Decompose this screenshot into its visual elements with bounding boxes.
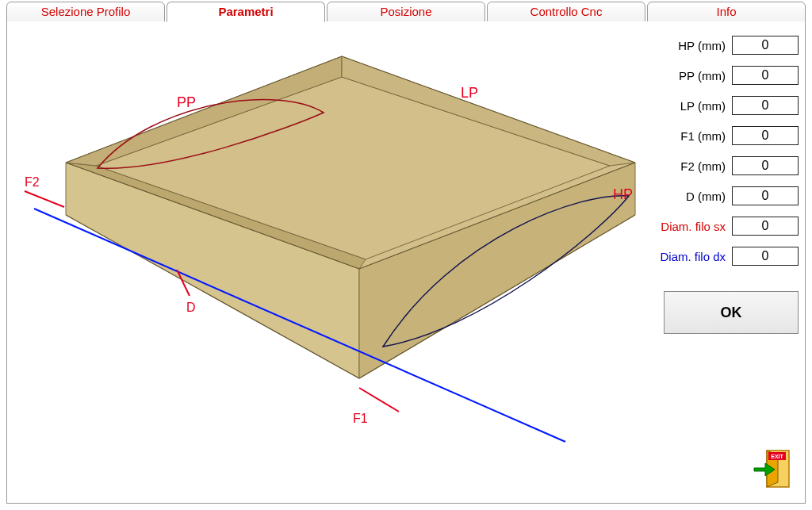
label-diam-dx: Diam. filo dx (649, 250, 732, 263)
row-diam-dx: Diam. filo dx (649, 247, 799, 266)
input-f2[interactable] (732, 156, 799, 175)
label-lp-mm: LP (mm) (649, 99, 732, 113)
tab-posizione[interactable]: Posizione (327, 2, 485, 22)
tab-panel-parametri: F2 D F1 PP LP HP HP (mm) PP (mm) (6, 21, 806, 504)
label-d-mm: D (mm) (649, 190, 732, 203)
input-f1[interactable] (732, 126, 799, 145)
block-diagram: F2 D F1 PP LP HP (10, 29, 645, 485)
label-f1-mm: F1 (mm) (649, 129, 732, 143)
exit-door-icon: EXIT (751, 447, 795, 492)
label-pp: PP (177, 94, 196, 110)
row-diam-sx: Diam. filo sx (649, 217, 799, 236)
label-d: D (186, 301, 196, 314)
row-hp: HP (mm) (649, 36, 799, 55)
row-pp: PP (mm) (649, 66, 799, 85)
tab-info[interactable]: Info (647, 2, 806, 22)
label-f2: F2 (25, 175, 40, 189)
row-f2: F2 (mm) (649, 156, 799, 175)
svg-line-10 (359, 388, 399, 412)
tab-controllo-cnc[interactable]: Controllo Cnc (487, 2, 645, 22)
label-hp: HP (613, 186, 633, 202)
row-lp: LP (mm) (649, 96, 799, 115)
label-pp-mm: PP (mm) (649, 69, 732, 82)
tab-parametri[interactable]: Parametri (167, 2, 325, 22)
tab-selezione-profilo[interactable]: Selezione Profilo (6, 2, 165, 22)
input-diam-sx[interactable] (732, 217, 799, 236)
input-diam-dx[interactable] (732, 247, 799, 266)
label-diam-sx: Diam. filo sx (649, 220, 732, 233)
svg-line-7 (25, 191, 64, 207)
input-hp[interactable] (732, 36, 799, 55)
row-d: D (mm) (649, 186, 799, 205)
input-lp[interactable] (732, 96, 799, 115)
label-f2-mm: F2 (mm) (649, 159, 732, 173)
ok-button[interactable]: OK (664, 291, 799, 334)
exit-button[interactable]: EXIT (751, 447, 795, 492)
tab-bar: Selezione Profilo Parametri Posizione Co… (6, 2, 806, 22)
parameter-form: HP (mm) PP (mm) LP (mm) F1 (mm) F2 (mm) … (649, 36, 799, 334)
label-f1: F1 (353, 412, 368, 425)
svg-text:EXIT: EXIT (771, 454, 783, 459)
app-window: Selezione Profilo Parametri Posizione Co… (0, 0, 812, 510)
label-lp: LP (461, 85, 478, 101)
row-f1: F1 (mm) (649, 126, 799, 145)
input-d[interactable] (732, 186, 799, 205)
label-hp-mm: HP (mm) (649, 39, 732, 52)
input-pp[interactable] (732, 66, 799, 85)
